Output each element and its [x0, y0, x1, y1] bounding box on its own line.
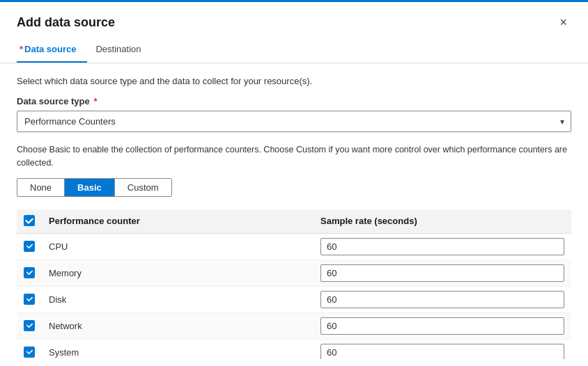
row-system-name: System: [42, 339, 314, 359]
row-system-sample-cell: [314, 339, 571, 359]
row-network-sample-input[interactable]: [320, 317, 564, 335]
row-system-checkbox-cell: [17, 339, 42, 359]
row-disk-checkbox-cell: [17, 286, 42, 312]
header-checkbox-cell: [17, 209, 42, 234]
performance-counters-table-container: Performance counter Sample rate (seconds…: [17, 209, 571, 360]
row-disk-sample-input[interactable]: [320, 291, 564, 308]
info-text: Choose Basic to enable the collection of…: [17, 143, 571, 170]
table-row: System: [17, 339, 571, 359]
row-system-checkbox[interactable]: [24, 347, 35, 358]
row-disk-checkbox[interactable]: [24, 294, 35, 305]
sample-rate-header: Sample rate (seconds): [314, 209, 571, 234]
tab-destination[interactable]: Destination: [93, 38, 152, 63]
field-required-star: *: [91, 96, 98, 106]
checkmark-icon: [26, 348, 33, 356]
datasource-type-label: Data source type *: [17, 96, 571, 106]
checkmark-icon: [26, 295, 33, 303]
performance-counters-table: Performance counter Sample rate (seconds…: [17, 209, 571, 360]
table-row: Memory: [17, 260, 571, 286]
row-memory-sample-input[interactable]: [320, 264, 564, 282]
row-network-sample-cell: [314, 312, 571, 339]
row-memory-checkbox[interactable]: [24, 267, 35, 278]
collection-mode-toggle: None Basic Custom: [17, 178, 172, 197]
tabs-row: *Data source Destination: [0, 38, 588, 63]
row-cpu-sample-cell: [314, 233, 571, 260]
required-star-datasource: *: [20, 44, 23, 54]
row-cpu-checkbox[interactable]: [24, 241, 35, 252]
table-header-row: Performance counter Sample rate (seconds…: [17, 209, 571, 234]
row-network-name: Network: [42, 312, 314, 339]
row-cpu-name: CPU: [42, 233, 314, 260]
table-row: CPU: [17, 233, 571, 260]
dialog-body: Select which data source type and the da…: [0, 63, 588, 366]
checkmark-icon: [26, 242, 33, 250]
row-memory-checkbox-cell: [17, 260, 42, 286]
table-row: Network: [17, 312, 571, 339]
description-text: Select which data source type and the da…: [17, 76, 571, 86]
datasource-type-select-wrapper: Performance Counters Windows Event Logs …: [17, 111, 571, 132]
checkmark-icon: [24, 216, 34, 225]
dialog-title: Add data source: [17, 15, 115, 30]
tab-data-source[interactable]: *Data source: [17, 38, 87, 63]
row-network-checkbox-cell: [17, 312, 42, 339]
row-cpu-sample-input[interactable]: [320, 238, 564, 255]
row-system-sample-input[interactable]: [320, 344, 564, 360]
add-data-source-dialog: Add data source × *Data source Destinati…: [0, 0, 588, 366]
table-row: Disk: [17, 286, 571, 312]
row-disk-name: Disk: [42, 286, 314, 312]
row-network-checkbox[interactable]: [24, 320, 35, 331]
checkmark-icon: [26, 321, 33, 329]
counter-header: Performance counter: [42, 209, 314, 234]
dialog-header: Add data source ×: [0, 2, 588, 38]
table-body: CPU Memory: [17, 233, 571, 359]
row-disk-sample-cell: [314, 286, 571, 312]
toggle-basic[interactable]: Basic: [65, 179, 115, 196]
row-memory-sample-cell: [314, 260, 571, 286]
row-cpu-checkbox-cell: [17, 233, 42, 260]
select-all-checkbox[interactable]: [24, 215, 35, 226]
datasource-type-select[interactable]: Performance Counters Windows Event Logs …: [17, 111, 571, 132]
close-button[interactable]: ×: [555, 15, 571, 30]
checkmark-icon: [26, 269, 33, 276]
row-memory-name: Memory: [42, 260, 314, 286]
toggle-none[interactable]: None: [17, 179, 65, 196]
toggle-custom[interactable]: Custom: [115, 179, 171, 196]
